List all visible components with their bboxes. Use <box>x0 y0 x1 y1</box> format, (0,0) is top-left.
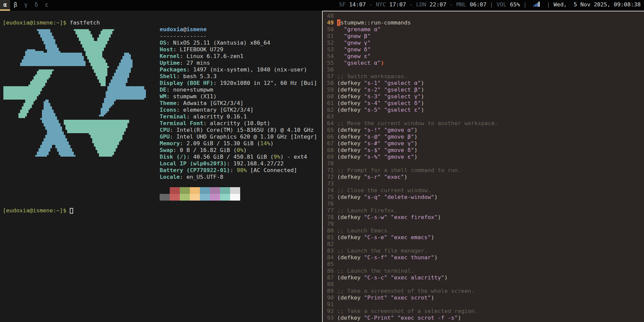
workspace-tab-4[interactable]: δ <box>31 0 41 9</box>
editor-code-text: "exec" <box>384 174 404 180</box>
editor-line-69[interactable]: 69 (defkey "s-%" "gmove ε") <box>327 154 644 160</box>
editor-line-88[interactable]: 88 <box>327 281 644 288</box>
editor-line-57[interactable]: 57 ;; Switch workspaces. <box>327 73 644 80</box>
editor-line-48[interactable]: 48 <box>327 13 644 19</box>
terminal-window[interactable]: [eudoxia@ismene:~]$ fastfetch eudoxia@is… <box>0 11 321 322</box>
fastfetch-text: 40.56 GiB / 450.81 GiB ( <box>193 154 274 160</box>
workspace-tab-5[interactable]: ε <box>42 0 52 9</box>
fastfetch-info-line: Icons: elementary [GTK2/3/4] <box>160 107 317 113</box>
editor-code-text: "gselect δ" <box>384 100 421 106</box>
editor-line-number: 53 <box>327 46 337 53</box>
editor-code-text <box>394 315 397 321</box>
editor-code-text <box>337 60 344 66</box>
editor-line-number: 65 <box>327 127 337 133</box>
editor-code-text: (defkey <box>337 127 364 133</box>
editor-line-60[interactable]: 60 (defkey "s-3" "gselect γ") <box>327 93 644 100</box>
editor-line-70[interactable]: 70 <box>327 160 644 167</box>
editor-line-72[interactable]: 72 (defkey "s-r" "exec") <box>327 174 644 180</box>
editor-code-text <box>337 40 344 46</box>
terminal-prompt-line-2: [eudoxia@ismene:~]$ <box>3 207 70 214</box>
editor-line-93[interactable]: 93 (defkey "C-Print" "exec scrot -f -s") <box>327 315 644 321</box>
palette-swatch <box>180 194 190 201</box>
editor-line-55[interactable]: 55 "gselect α") <box>327 60 644 66</box>
editor-line-66[interactable]: 66 (defkey "s-@" "gmove β") <box>327 133 644 140</box>
editor-line-91[interactable]: 91 <box>327 301 644 308</box>
fastfetch-info-line: WM: stumpwm (X11) <box>160 93 317 100</box>
editor-line-83[interactable]: 83 ;; Launch the file manager. <box>327 248 644 254</box>
editor-code-text: (defkey <box>337 254 364 261</box>
fastfetch-text: Uptime <box>160 60 180 66</box>
workspace-tab-3[interactable]: γ <box>21 0 31 9</box>
fastfetch-text: 1920x1080 in 12", 60 Hz [Bui] <box>220 80 317 86</box>
editor-code-text: (defkey <box>337 174 364 180</box>
editor-line-64[interactable]: 64 ;; Move the current window to another… <box>327 120 644 127</box>
editor-code-text: ;; Launch Firefox. <box>337 207 397 214</box>
editor-code-text: "gnew β" <box>344 33 371 39</box>
editor-line-50[interactable]: 50 "grename α" <box>327 26 644 33</box>
editor-line-61[interactable]: 61 (defkey "s-4" "gselect δ") <box>327 100 644 107</box>
workspace-tab-1[interactable]: α <box>0 0 10 9</box>
editor-line-71[interactable]: 71 ;; Prompt for a shell command to run. <box>327 167 644 174</box>
editor-line-51[interactable]: 51 "gnew β" <box>327 33 644 40</box>
editor-line-52[interactable]: 52 "gnew γ" <box>327 40 644 46</box>
editor-code-text: (defkey <box>337 133 364 140</box>
status-bar: αβγδε SF 14:07 - NYC 17:07 - LDN 22:07 -… <box>0 0 644 11</box>
editor-line-number: 78 <box>327 214 337 220</box>
editor-code-text <box>381 133 384 140</box>
fastfetch-text: : <box>230 167 237 173</box>
editor-line-92[interactable]: 92 ;; Take a screenshot of a selected re… <box>327 308 644 315</box>
editor-line-number: 88 <box>327 281 337 287</box>
editor-line-number: 49 <box>327 19 337 26</box>
fastfetch-text: Kernel <box>160 53 180 59</box>
editor-line-74[interactable]: 74 ;; Close the current window. <box>327 187 644 194</box>
editor-line-90[interactable]: 90 (defkey "Print" "exec scrot") <box>327 294 644 301</box>
editor-line-81[interactable]: 81 (defkey "C-s-e" "exec emacs") <box>327 234 644 241</box>
editor-line-82[interactable]: 82 <box>327 241 644 248</box>
editor-code-text: "s-!" <box>364 127 381 133</box>
editor-line-58[interactable]: 58 (defkey "s-1" "gselect α") <box>327 80 644 87</box>
prompt-text: [eudoxia@ismene:~]$ <box>3 207 70 214</box>
editor-line-78[interactable]: 78 (defkey "C-s-w" "exec firefox") <box>327 214 644 221</box>
editor-line-87[interactable]: 87 (defkey "C-s-c" "exec alacritty") <box>327 274 644 281</box>
editor-line-84[interactable]: 84 (defkey "C-s-f" "exec thunar") <box>327 254 644 261</box>
editor-line-89[interactable]: 89 ;; Take a screenshot of the whole scr… <box>327 288 644 294</box>
editor-line-73[interactable]: 73 <box>327 180 644 187</box>
fastfetch-text: 90% <box>237 167 247 173</box>
editor-line-62[interactable]: 62 (defkey "s-5" "gselect ε") <box>327 107 644 113</box>
editor-line-67[interactable]: 67 (defkey "s-#" "gmove γ") <box>327 140 644 147</box>
editor-code-text <box>381 100 384 106</box>
editor-buffer[interactable]: 48 49 (stumpwm::run-commands50 "grename … <box>323 11 644 322</box>
editor-line-63[interactable]: 63 <box>327 113 644 120</box>
editor-line-number: 92 <box>327 308 337 314</box>
editor-code-text <box>381 154 384 160</box>
fastfetch-text: en_US.UTF-8 <box>186 174 223 180</box>
editor-line-number: 57 <box>327 73 337 79</box>
editor-line-56[interactable]: 56 <box>327 66 644 73</box>
palette-swatch <box>230 194 240 201</box>
editor-code-text: "gselect β" <box>384 87 421 93</box>
editor-line-68[interactable]: 68 (defkey "s-$" "gmove δ") <box>327 147 644 154</box>
workspace-tab-2[interactable]: β <box>10 0 20 9</box>
editor-line-85[interactable]: 85 <box>327 261 644 268</box>
editor-line-53[interactable]: 53 "gnew δ" <box>327 46 644 53</box>
editor-line-77[interactable]: 77 ;; Launch Firefox. <box>327 207 644 214</box>
editor-line-65[interactable]: 65 (defkey "s-!" "gmove α") <box>327 127 644 133</box>
fastfetch-text: bash 5.3.3 <box>183 73 217 79</box>
fastfetch-text: Display (BOE HF) <box>160 80 213 86</box>
editor-line-54[interactable]: 54 "gnew ε" <box>327 53 644 60</box>
editor-code-text: stumpwm::run-commands <box>340 19 411 26</box>
editor-line-76[interactable]: 76 <box>327 201 644 207</box>
editor-line-49[interactable]: 49 (stumpwm::run-commands <box>327 19 644 26</box>
editor-line-59[interactable]: 59 (defkey "s-2" "gselect β") <box>327 87 644 93</box>
fastfetch-text: [AC Connected] <box>247 167 297 173</box>
editor-line-80[interactable]: 80 ;; Launch Emacs. <box>327 227 644 234</box>
editor-line-number: 81 <box>327 234 337 240</box>
editor-line-75[interactable]: 75 (defkey "s-q" "delete-window") <box>327 194 644 201</box>
fastfetch-text: 0 B / 16.82 GiB ( <box>180 147 237 153</box>
editor-code-text: "gmove α" <box>384 127 414 133</box>
editor-window[interactable]: 48 49 (stumpwm::run-commands50 "grename … <box>321 11 644 322</box>
editor-line-86[interactable]: 86 ;; Launch the terminal. <box>327 268 644 274</box>
editor-line-number: 70 <box>327 160 337 167</box>
editor-code-text: "s-5" <box>364 107 381 113</box>
editor-line-79[interactable]: 79 <box>327 221 644 227</box>
